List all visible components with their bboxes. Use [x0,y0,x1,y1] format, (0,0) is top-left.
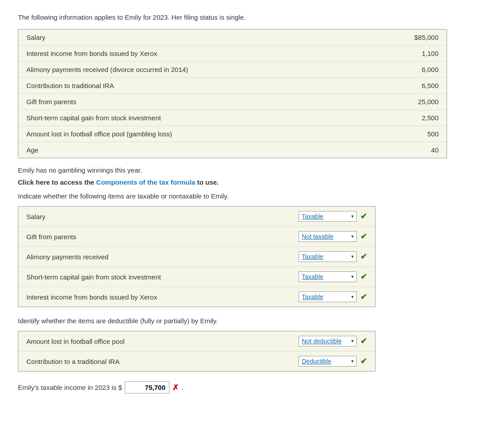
table-row: Salary $85,000 [18,30,447,46]
row-controls: Taxable Not taxable ✔ [299,292,367,302]
row-label-salary: Salary [26,213,299,220]
correct-icon-gift: ✔ [360,232,367,241]
identify-instruction: Identify whether the items are deductibl… [18,317,463,325]
correct-icon-salary: ✔ [360,211,367,221]
item-label: Age [26,146,38,154]
correct-icon-capital-gain: ✔ [360,272,367,282]
row-label-gift: Gift from parents [26,233,299,241]
item-value: 25,000 [403,98,439,106]
taxable-income-suffix: . [181,384,183,391]
incorrect-icon: ✗ [172,383,179,393]
correct-icon-interest: ✔ [360,292,367,302]
row-label-capital-gain: Short-term capital gain from stock inves… [26,273,299,281]
item-value: $85,000 [403,34,439,41]
click-instruction: Click here to access the Components of t… [18,178,463,186]
row-controls: Deductible Not deductible ✔ [299,356,367,367]
item-value: 1,100 [403,50,439,57]
taxable-select-interest[interactable]: Taxable Not taxable [299,292,357,302]
click-prefix: Click here to access the [18,178,96,186]
taxable-income-prefix: Emily's taxable income in 2023 is $ [18,384,122,391]
indicate-instruction: Indicate whether the following items are… [18,192,463,200]
correct-icon-gambling: ✔ [360,336,367,346]
taxable-select-wrapper-salary[interactable]: Taxable Not taxable [299,211,357,222]
info-table: Salary $85,000 Interest income from bond… [18,29,447,158]
item-label: Short-term capital gain from stock inves… [26,114,161,122]
correct-icon-alimony: ✔ [360,252,367,262]
row-controls: Deductible Not deductible ✔ [299,336,367,347]
table-row: Gift from parents 25,000 [18,94,447,110]
taxable-select-wrapper-gift[interactable]: Taxable Not taxable [299,231,357,242]
click-suffix: to use. [195,178,219,186]
taxable-select-capital-gain[interactable]: Taxable Not taxable [299,271,357,282]
row-controls: Taxable Not taxable ✔ [299,251,367,262]
deductible-select-gambling[interactable]: Deductible Not deductible [299,336,357,347]
table-row: Amount lost in football office pool (gam… [18,126,447,142]
row-controls: Taxable Not taxable ✔ [299,231,367,242]
table-row: Interest income from bonds issued by Xer… [18,287,375,307]
item-label: Interest income from bonds issued by Xer… [26,50,157,57]
taxable-select-wrapper-interest[interactable]: Taxable Not taxable [299,292,357,302]
tax-formula-link[interactable]: Components of the tax formula [96,178,195,186]
item-label: Contribution to traditional IRA [26,82,114,89]
table-row: Amount lost in football office pool Dedu… [18,331,375,351]
taxable-income-line: Emily's taxable income in 2023 is $ ✗ . [18,381,463,393]
taxable-select-salary[interactable]: Taxable Not taxable [299,211,357,222]
row-label-alimony: Alimony payments received [26,253,299,261]
row-label-gambling: Amount lost in football office pool [26,338,299,345]
table-row: Alimony payments received (divorce occur… [18,62,447,78]
row-label-interest: Interest income from bonds issued by Xer… [26,293,299,301]
table-row: Short-term capital gain from stock inves… [18,110,447,126]
item-label: Gift from parents [26,98,76,106]
intro-text: The following information applies to Emi… [18,13,463,21]
taxable-table: Salary Taxable Not taxable ✔ Gift from p… [18,206,376,307]
item-value: 500 [403,130,439,138]
deductible-table: Amount lost in football office pool Dedu… [18,331,376,372]
item-label: Salary [26,34,46,41]
item-value: 2,500 [403,114,439,122]
taxable-income-input[interactable] [125,381,169,393]
taxable-select-alimony[interactable]: Taxable Not taxable [299,251,357,262]
item-value: 6,000 [403,66,439,73]
table-row: Alimony payments received Taxable Not ta… [18,247,375,267]
table-row: Contribution to traditional IRA 6,500 [18,78,447,94]
row-controls: Taxable Not taxable ✔ [299,211,367,222]
taxable-select-wrapper-alimony[interactable]: Taxable Not taxable [299,251,357,262]
taxable-select-gift[interactable]: Taxable Not taxable [299,231,357,242]
item-value: 6,500 [403,82,439,89]
deductible-select-wrapper-gambling[interactable]: Deductible Not deductible [299,336,357,347]
deductible-select-ira[interactable]: Deductible Not deductible [299,356,357,367]
table-row: Gift from parents Taxable Not taxable ✔ [18,227,375,247]
table-row: Salary Taxable Not taxable ✔ [18,207,375,227]
taxable-select-wrapper-capital-gain[interactable]: Taxable Not taxable [299,271,357,282]
row-label-ira: Contribution to a traditional IRA [26,358,299,365]
table-row: Interest income from bonds issued by Xer… [18,46,447,62]
table-row: Age 40 [18,142,447,158]
item-label: Amount lost in football office pool (gam… [26,130,172,138]
item-label: Alimony payments received (divorce occur… [26,66,188,73]
table-row: Contribution to a traditional IRA Deduct… [18,351,375,371]
deductible-select-wrapper-ira[interactable]: Deductible Not deductible [299,356,357,367]
table-row: Short-term capital gain from stock inves… [18,267,375,287]
row-controls: Taxable Not taxable ✔ [299,271,367,282]
note-text: Emily has no gambling winnings this year… [18,166,463,174]
correct-icon-ira: ✔ [360,356,367,366]
item-value: 40 [403,146,439,154]
